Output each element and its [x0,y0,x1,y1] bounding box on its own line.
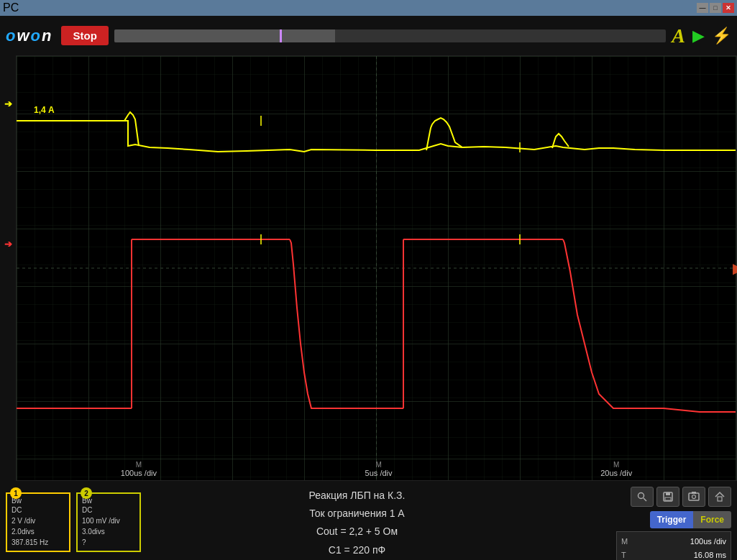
meas-val-m: 100us /div [690,535,726,548]
ch2-bw: Bw [82,497,135,505]
trigger-force-row: Trigger Force [650,511,731,528]
stop-button[interactable]: Stop [61,26,108,45]
logo: o w o n [6,27,51,45]
progress-bar [114,29,667,42]
ch1-vdiv: 2 V /div [12,517,35,525]
bottom-bar: 1 Bw DC 2 V /div 2.0divs 387.815 Hz 2 Bw… [0,481,737,560]
ch1-scope-label: 1,4 А [34,105,55,115]
right-controls: Trigger Force M 100us /div T 16.08 ms D … [573,487,731,560]
time-label-2: M 5us /div [365,461,393,477]
left-markers: ➔ ➔ [0,55,16,481]
ch2-info-box[interactable]: 2 Bw DC 100 mV /div 3.0divs ? [76,492,141,552]
time-label-1: M 100us /div [121,461,157,477]
annotation-line1: Реакция ЛБП на К.З. [309,487,406,505]
play-icon[interactable]: ▶ [692,27,705,45]
maximize-button[interactable]: □ [710,3,721,13]
ch1-info: DC 2 V /div 2.0divs 387.815 Hz [12,505,65,548]
annotation-line2: Ток ограничения 1 А [309,505,404,523]
meas-key-t: T [621,548,626,560]
ch1-coupling: DC [12,506,22,514]
minimize-button[interactable]: — [697,3,708,13]
scope-area: ➔ ➔ [0,55,737,481]
logo-text2: w [17,27,29,45]
svg-rect-23 [718,497,722,501]
svg-rect-19 [665,497,671,500]
titlebar-text: PC [3,1,19,14]
topbar: o w o n Stop A ▶ ⚡ [0,16,737,55]
logo-text4: n [42,27,51,45]
logo-text: o [6,27,15,45]
scope-grid [17,56,736,480]
titlebar: PC — □ ✕ [0,0,737,16]
ch1-divs: 2.0divs [12,528,35,536]
measurements-table: M 100us /div T 16.08 ms D 10M S (500MS/s… [616,531,731,560]
ch2-divs: 3.0divs [82,528,105,536]
ch2-vdiv: 100 mV /div [82,517,120,525]
annotation-area: Реакция ЛБП на К.З. Ток ограничения 1 А … [147,487,567,559]
ch2-info: DC 100 mV /div 3.0divs ? [82,505,135,548]
time-val-3: 20us /div [600,469,632,477]
svg-point-21 [692,495,696,499]
meas-key-m: M [621,535,628,548]
time-val-2: 5us /div [365,469,393,477]
annotation-line3: Cout = 2,2 + 5 Ом [316,523,398,541]
ch2-unknown: ? [82,538,86,546]
ch1-marker: ➔ [4,98,12,109]
main-content: ➔ ➔ [0,55,737,560]
progress-fill [114,29,335,42]
ch1-number: 1 [10,487,22,499]
svg-point-15 [638,493,644,499]
time-label-3: M 20us /div [600,461,632,477]
home-icon-btn[interactable] [708,487,731,507]
time-val-1: 100us /div [121,469,157,477]
trigger-button[interactable]: Trigger [650,511,694,528]
svg-rect-22 [692,492,696,494]
force-button[interactable]: Force [693,511,731,528]
ch2-coupling: DC [82,506,92,514]
time-labels: M 100us /div M 5us /div M 20us /div [17,461,736,477]
scope-right-arrow: ▶ [733,260,737,277]
svg-line-16 [644,498,646,501]
titlebar-controls: — □ ✕ [697,3,734,13]
svg-rect-18 [666,492,670,495]
logo-text3: o [31,27,40,45]
annotation-line4: C1 = 220 пФ [329,541,385,559]
save-icon-btn[interactable] [656,487,679,507]
close-button[interactable]: ✕ [723,3,734,13]
ch2-marker: ➔ [4,239,12,249]
ch1-hz: 387.815 Hz [12,538,48,546]
meas-row-t: T 16.08 ms [621,548,726,560]
svg-rect-20 [689,493,699,500]
meas-val-t: 16.08 ms [694,548,726,560]
progress-marker [280,29,282,42]
search-icon-btn[interactable] [631,487,654,507]
flash-icon[interactable]: ⚡ [712,27,731,45]
top-right-icons: A ▶ ⚡ [672,24,731,47]
ch1-info-box[interactable]: 1 Bw DC 2 V /div 2.0divs 387.815 Hz [6,492,70,552]
ch2-number: 2 [81,487,92,499]
ch1-bw: Bw [12,497,65,505]
auto-icon[interactable]: A [672,24,685,47]
right-icons-row [631,487,731,507]
scope-screen: 1,4 А ▶ M 100us /div M 5us /div M 20us /… [16,55,737,481]
screenshot-icon-btn[interactable] [682,487,705,507]
meas-row-m: M 100us /div [621,535,726,548]
